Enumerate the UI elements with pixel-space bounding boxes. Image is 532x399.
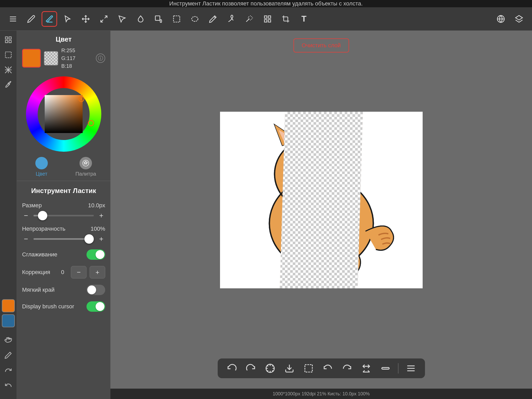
soft-edge-toggle-knob [87, 285, 96, 294]
size-slider-track[interactable] [34, 215, 94, 216]
opacity-decrease-button[interactable]: − [22, 235, 30, 243]
rotate-ccw-button[interactable] [321, 362, 335, 375]
primary-color-swatch[interactable] [22, 49, 41, 68]
svg-rect-29 [45, 95, 83, 133]
undo-button[interactable] [225, 362, 238, 375]
canvas-frame[interactable] [220, 112, 423, 288]
svg-rect-21 [5, 52, 11, 58]
brush-cursor-toggle-knob [96, 302, 104, 311]
svg-rect-104 [305, 365, 312, 372]
redo-sidebar-icon[interactable] [2, 364, 15, 377]
color-wheel-svg [26, 76, 101, 152]
brush-cursor-label: Display brush cursor [22, 303, 87, 310]
color-rgb-values: R:255 G:117 B:18 [61, 46, 93, 70]
lasso-tool[interactable] [187, 11, 203, 27]
svg-rect-8 [174, 16, 180, 22]
size-label: Размер [22, 202, 84, 209]
correction-decrease-button[interactable]: − [71, 266, 87, 278]
smoothing-label: Сглаживание [22, 251, 87, 258]
marquee-icon[interactable] [2, 48, 15, 61]
color-tab[interactable]: Цвет [22, 157, 61, 177]
flip-button[interactable] [360, 362, 373, 375]
select-button[interactable] [302, 362, 315, 375]
magic-wand-tool[interactable] [242, 11, 257, 27]
clear-layer-button[interactable]: Очистить слой [293, 38, 349, 52]
brush-cursor-row: Display brush cursor [17, 298, 110, 315]
brush-settings-button[interactable] [379, 362, 392, 375]
opacity-increase-button[interactable]: + [97, 235, 105, 243]
properties-panel: Цвет R:255 G:117 B:18 ⓘ [17, 31, 110, 399]
smoothing-toggle[interactable] [87, 249, 105, 260]
palette-tab-icon [79, 157, 92, 169]
color-section-title: Цвет [17, 31, 110, 46]
menu-dots-button[interactable] [404, 362, 418, 375]
opacity-slider-track[interactable] [34, 238, 94, 240]
svg-rect-11 [264, 16, 267, 18]
layer-swatch-sidebar[interactable] [2, 314, 15, 327]
size-increase-button[interactable]: + [97, 211, 105, 220]
svg-point-35 [85, 161, 86, 162]
fill-tool[interactable] [132, 11, 148, 27]
size-slider-container: − + [17, 211, 110, 223]
correction-row: Коррекция 0 − + [17, 263, 110, 282]
notification-text: Инструмент Ластик позволяет пользователя… [169, 0, 363, 7]
eraser-tool[interactable] [42, 11, 57, 27]
size-slider-thumb[interactable] [38, 211, 47, 220]
crop-tool[interactable] [278, 11, 294, 27]
save-button[interactable] [283, 362, 296, 375]
globe-tool[interactable] [493, 11, 509, 27]
paint-bucket-tool[interactable] [151, 11, 166, 27]
soft-edge-label: Мягкий край [22, 287, 87, 293]
correction-increase-button[interactable]: + [90, 266, 105, 278]
brush-icon[interactable] [2, 78, 15, 91]
rect-select-tool[interactable] [169, 11, 184, 27]
size-label-row: Размер 10.0px [17, 200, 110, 211]
svg-point-36 [87, 162, 88, 163]
svg-rect-18 [9, 37, 11, 39]
move-tool[interactable] [78, 11, 94, 27]
svg-rect-107 [382, 368, 389, 369]
hand-tool-icon[interactable] [2, 334, 15, 347]
opacity-label-row: Непрозрачность 100% [17, 223, 110, 235]
color-info-button[interactable]: ⓘ [96, 54, 105, 63]
color-wheel[interactable] [26, 76, 101, 152]
palette-tab[interactable]: Палитра [66, 157, 105, 177]
text-tool[interactable]: T [296, 11, 312, 27]
smoothing-row: Сглаживание [17, 246, 110, 263]
svg-rect-17 [5, 37, 8, 39]
transform-icon[interactable] [2, 63, 15, 76]
palette-tab-label: Палитра [75, 171, 96, 177]
svg-rect-19 [5, 41, 8, 43]
layers-tool[interactable] [511, 11, 527, 27]
pencil-tool[interactable] [23, 11, 39, 27]
transform-button[interactable] [263, 362, 277, 375]
eyedropper-icon[interactable] [2, 349, 15, 362]
rotate-cw-button[interactable] [340, 362, 354, 375]
svg-marker-71 [280, 112, 363, 288]
soft-edge-row: Мягкий край [17, 282, 110, 298]
selector-tool[interactable] [60, 11, 75, 27]
color-picker-tool[interactable] [205, 11, 221, 27]
secondary-color-swatch[interactable] [44, 51, 58, 65]
menu-button[interactable] [5, 11, 21, 27]
toolbar-divider [398, 363, 398, 374]
color-swatches-row: R:255 G:117 B:18 ⓘ [17, 46, 110, 74]
color-wheel-container[interactable] [17, 74, 110, 157]
freeform-tool[interactable] [114, 11, 130, 27]
soft-edge-toggle[interactable] [87, 285, 105, 295]
redo-button[interactable] [244, 362, 258, 375]
smudge-tool[interactable] [223, 11, 239, 27]
undo-sidebar-icon[interactable] [2, 379, 15, 392]
layers-grid-tool[interactable] [260, 11, 275, 27]
opacity-value: 100% [87, 225, 105, 232]
size-decrease-button[interactable]: − [22, 211, 30, 220]
svg-point-9 [192, 16, 198, 21]
svg-point-34 [84, 162, 85, 163]
opacity-slider-thumb[interactable] [84, 234, 94, 244]
svg-rect-13 [264, 19, 267, 22]
resize-tool[interactable] [96, 11, 112, 27]
correction-value: 0 [57, 269, 68, 276]
brush-cursor-toggle[interactable] [87, 301, 105, 312]
layers-panel-icon[interactable] [2, 33, 15, 46]
color-swatch-sidebar[interactable] [2, 299, 15, 312]
